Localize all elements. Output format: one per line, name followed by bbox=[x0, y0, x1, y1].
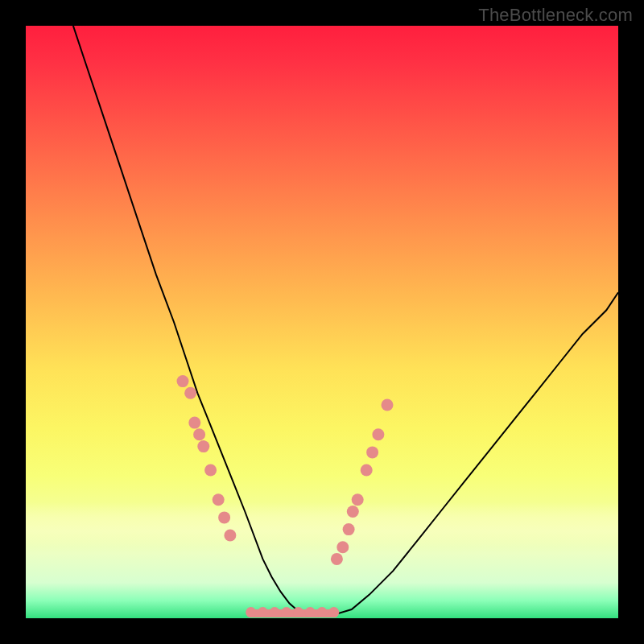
data-point bbox=[343, 523, 355, 535]
data-point bbox=[366, 446, 378, 458]
data-point bbox=[293, 607, 303, 617]
data-point bbox=[224, 530, 236, 542]
data-point bbox=[246, 607, 256, 617]
data-point bbox=[213, 493, 225, 506]
chart-svg bbox=[26, 26, 618, 618]
data-point bbox=[352, 493, 364, 506]
data-point bbox=[361, 464, 373, 477]
data-point bbox=[328, 607, 339, 617]
attribution-text: TheBottleneck.com bbox=[478, 5, 633, 26]
data-point bbox=[188, 417, 200, 429]
data-point bbox=[197, 440, 209, 452]
data-point bbox=[177, 375, 189, 387]
data-point bbox=[204, 464, 217, 477]
data-point bbox=[347, 506, 359, 518]
data-point bbox=[382, 399, 394, 411]
data-point bbox=[317, 607, 328, 617]
data-point bbox=[193, 428, 205, 440]
data-point bbox=[305, 607, 316, 617]
data-point bbox=[331, 553, 343, 565]
data-point bbox=[281, 607, 291, 617]
plot-area bbox=[26, 26, 618, 618]
data-point bbox=[218, 511, 230, 523]
outer-frame: TheBottleneck.com bbox=[0, 0, 644, 644]
data-point bbox=[270, 607, 280, 617]
data-point bbox=[184, 387, 196, 399]
data-point bbox=[336, 541, 349, 553]
data-point bbox=[372, 428, 384, 440]
left-point-cluster bbox=[177, 375, 237, 541]
data-point bbox=[258, 607, 268, 617]
right-point-cluster bbox=[331, 399, 394, 565]
